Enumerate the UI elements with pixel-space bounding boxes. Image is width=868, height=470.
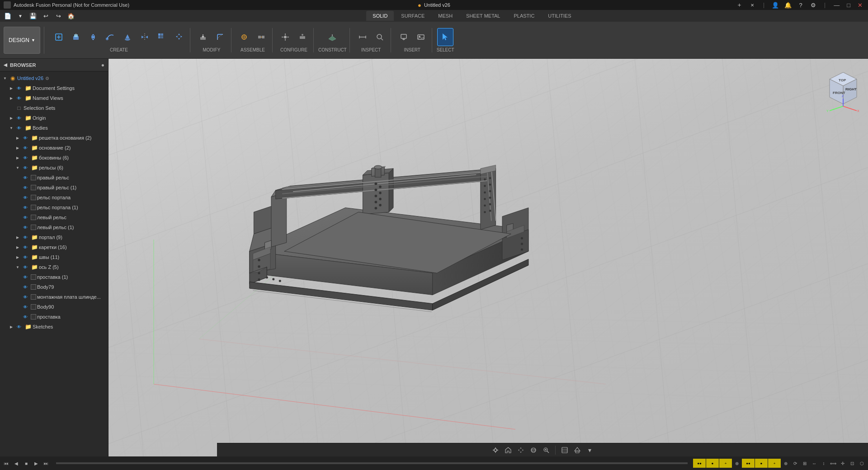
- revolve-btn[interactable]: [85, 28, 101, 46]
- tab-surface[interactable]: SURFACE: [395, 11, 431, 21]
- prostafka-eye[interactable]: 👁: [22, 273, 29, 281]
- sweep-btn[interactable]: [102, 28, 118, 46]
- tree-rail2[interactable]: 👁 правый рельс (1): [0, 183, 108, 193]
- body1-expand[interactable]: ▶: [14, 135, 21, 141]
- rail5-eye[interactable]: 👁: [22, 214, 29, 221]
- origin-eye[interactable]: 👁: [15, 114, 23, 122]
- stop-btn[interactable]: ■: [22, 459, 31, 468]
- browser-back-btn[interactable]: ◀: [4, 62, 7, 67]
- tree-montazh[interactable]: 👁 монтажная плата шлинде...: [0, 292, 108, 302]
- maximize-btn[interactable]: □: [845, 2, 852, 9]
- doc-settings-expand[interactable]: ▶: [8, 85, 14, 91]
- insert-btn[interactable]: [396, 28, 412, 46]
- montazh-checkbox[interactable]: [31, 294, 36, 300]
- tree-rail5[interactable]: 👁 левый рельс: [0, 212, 108, 222]
- help-icon[interactable]: ?: [796, 0, 805, 9]
- configure-btn[interactable]: [277, 28, 293, 46]
- prostafka2-checkbox[interactable]: [31, 314, 36, 320]
- home-view-btn[interactable]: [503, 445, 514, 456]
- home-btn[interactable]: 🏠: [65, 10, 77, 22]
- bottom-tool1[interactable]: ●●: [693, 459, 706, 468]
- body79-eye[interactable]: 👁: [22, 283, 29, 291]
- pattern-btn[interactable]: [154, 28, 170, 46]
- bottom-tool10[interactable]: ⊞: [800, 459, 809, 468]
- minimize-btn[interactable]: —: [832, 2, 841, 9]
- close-doc-btn[interactable]: ✕: [748, 0, 757, 9]
- inspect-btn[interactable]: [372, 28, 388, 46]
- rail6-eye[interactable]: 👁: [22, 224, 29, 231]
- rails-eye[interactable]: 👁: [22, 164, 29, 171]
- shvy-expand[interactable]: ▶: [14, 254, 21, 260]
- close-btn[interactable]: ✕: [856, 2, 864, 9]
- prostafka2-eye[interactable]: 👁: [22, 313, 29, 320]
- visual-style-btn[interactable]: [572, 445, 583, 456]
- bodies-expand[interactable]: ▼: [8, 125, 14, 131]
- bottom-tool8[interactable]: ⊕: [781, 459, 790, 468]
- rail1-eye[interactable]: 👁: [22, 174, 29, 181]
- zoom-btn[interactable]: [541, 445, 552, 456]
- body90-eye[interactable]: 👁: [22, 303, 29, 310]
- configure-btn2[interactable]: [294, 28, 311, 46]
- body2-expand[interactable]: ▶: [14, 145, 21, 151]
- tree-rails[interactable]: ▼ 👁 📁 рельсы (6): [0, 163, 108, 173]
- display-mode-btn[interactable]: [559, 445, 570, 456]
- karetki-eye[interactable]: 👁: [22, 244, 29, 251]
- tree-selection-sets[interactable]: ▶ □ Selection Sets: [0, 103, 108, 113]
- tree-osz[interactable]: ▼ 👁 📁 ось Z (5): [0, 262, 108, 272]
- new-file-btn[interactable]: 📄: [2, 10, 14, 22]
- notifications-icon[interactable]: 🔔: [783, 0, 793, 9]
- redo-btn[interactable]: ↪: [52, 10, 64, 22]
- tree-root[interactable]: ▼ ◉ Untitled v26 ⚙: [0, 73, 108, 83]
- sketches-eye[interactable]: 👁: [15, 323, 23, 330]
- body3-eye[interactable]: 👁: [22, 154, 29, 161]
- body2-eye[interactable]: 👁: [22, 144, 29, 151]
- named-views-expand[interactable]: ▶: [8, 95, 14, 101]
- rail5-checkbox[interactable]: [31, 215, 36, 220]
- new-component-btn[interactable]: [51, 28, 67, 46]
- tree-origin[interactable]: ▶ 👁 📁 Origin: [0, 113, 108, 123]
- tree-named-views[interactable]: ▶ 👁 📁 Named Views: [0, 93, 108, 103]
- origin-expand[interactable]: ▶: [8, 115, 14, 121]
- offset-plane-btn[interactable]: [324, 28, 340, 46]
- extrude-btn[interactable]: [68, 28, 84, 46]
- snap-btn[interactable]: [490, 445, 501, 456]
- doc-settings-eye[interactable]: 👁: [15, 85, 23, 92]
- joint-btn[interactable]: [236, 28, 252, 46]
- new-tab-btn[interactable]: ＋: [735, 0, 744, 9]
- tree-sketches[interactable]: ▶ 👁 📁 Sketches: [0, 322, 108, 332]
- loft-btn[interactable]: [119, 28, 136, 46]
- more-view-btn[interactable]: ▾: [585, 445, 595, 456]
- rail1-checkbox[interactable]: [31, 175, 36, 180]
- view-cube[interactable]: FRONT RIGHT TOP X Y Z: [823, 68, 859, 113]
- bottom-tool7[interactable]: +: [768, 459, 781, 468]
- prostafka-checkbox[interactable]: [31, 274, 36, 280]
- rail6-checkbox[interactable]: [31, 225, 36, 230]
- tree-body2[interactable]: ▶ 👁 📁 основание (2): [0, 143, 108, 153]
- bottom-tool14[interactable]: ✛: [838, 459, 847, 468]
- account-icon[interactable]: 👤: [771, 0, 780, 9]
- root-settings-icon[interactable]: ⚙: [45, 76, 49, 81]
- montazh-eye[interactable]: 👁: [22, 293, 29, 301]
- bottom-tool15[interactable]: ⊡: [848, 459, 857, 468]
- main-view[interactable]: FRONT RIGHT TOP X Y Z: [108, 59, 868, 456]
- rail2-checkbox[interactable]: [31, 185, 36, 190]
- karetki-expand[interactable]: ▶: [14, 244, 21, 250]
- mirror-btn[interactable]: [137, 28, 153, 46]
- rail4-eye[interactable]: 👁: [22, 204, 29, 211]
- measure-btn[interactable]: [354, 28, 371, 46]
- osz-expand[interactable]: ▼: [14, 264, 21, 270]
- osz-eye[interactable]: 👁: [22, 263, 29, 271]
- browser-add-btn[interactable]: ●: [101, 62, 104, 68]
- tree-rail6[interactable]: 👁 левый рельс (1): [0, 222, 108, 232]
- step-back-btn[interactable]: ⏮: [2, 459, 11, 468]
- bottom-tool13[interactable]: ⟺: [829, 459, 838, 468]
- insert-image-btn[interactable]: [413, 28, 429, 46]
- bottom-tool16[interactable]: ⬡: [857, 459, 866, 468]
- tree-bodies[interactable]: ▼ 👁 📁 Bodies: [0, 123, 108, 133]
- rails-expand[interactable]: ▼: [14, 164, 21, 171]
- body90-checkbox[interactable]: [31, 304, 36, 310]
- rail4-checkbox[interactable]: [31, 205, 36, 210]
- tab-sheet-metal[interactable]: SHEET METAL: [460, 11, 506, 21]
- sketches-expand[interactable]: ▶: [8, 324, 14, 330]
- rail3-checkbox[interactable]: [31, 195, 36, 200]
